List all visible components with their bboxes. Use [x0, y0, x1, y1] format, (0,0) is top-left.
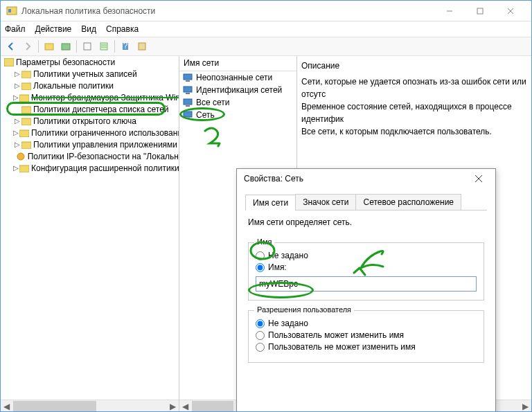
radio-label: Не задано — [268, 251, 308, 260]
tree-item-label: Конфигурация расширенной политики а — [31, 163, 179, 173]
svg-rect-14 — [21, 71, 31, 78]
svg-rect-7 — [62, 44, 70, 50]
properties-dialog: Свойства: Сеть Имя сети Значок сети Сете… — [236, 168, 496, 411]
svg-rect-19 — [19, 130, 29, 137]
scroll-left-icon[interactable]: ◀ — [179, 400, 191, 411]
expand-icon[interactable]: ▷ — [13, 164, 19, 172]
scroll-left-icon[interactable]: ◀ — [1, 400, 12, 411]
radio-perm-can[interactable] — [256, 331, 265, 340]
list-item-network[interactable]: Сеть — [179, 109, 296, 121]
folder-icon — [21, 117, 31, 125]
toolbar-icon-2[interactable] — [58, 39, 73, 54]
radio-perm-cannot[interactable] — [256, 343, 265, 352]
toolbar-separator — [114, 40, 115, 53]
expand-icon[interactable]: ▷ — [13, 93, 19, 101]
toolbar-icon-3[interactable] — [80, 39, 95, 54]
desc-line: Временное состояние сетей, находящихся в… — [301, 100, 527, 125]
scroll-right-icon[interactable]: ▶ — [520, 400, 531, 411]
list-column-header[interactable]: Имя сети — [179, 56, 296, 71]
shield-icon — [4, 58, 14, 66]
expand-icon[interactable]: ▷ — [13, 141, 21, 148]
radio-name-custom[interactable] — [256, 263, 265, 272]
close-button[interactable] — [495, 1, 526, 21]
svg-rect-12 — [139, 43, 145, 50]
dialog-body: Имя сети Значок сети Сетевое расположени… — [237, 188, 495, 411]
help-icon[interactable]: ? — [118, 39, 133, 54]
tree-root-label: Параметры безопасности — [16, 57, 115, 67]
svg-rect-15 — [21, 83, 31, 90]
svg-rect-1 — [8, 9, 11, 12]
network-icon — [182, 72, 193, 83]
tree-item-label: Локальные политики — [33, 81, 114, 91]
svg-rect-3 — [477, 8, 483, 14]
maximize-button[interactable] — [465, 1, 495, 21]
list-item[interactable]: Неопознанные сети — [179, 71, 296, 84]
radio-label: Имя: — [268, 262, 287, 272]
tree-item[interactable]: ▷Конфигурация расширенной политики а — [1, 162, 179, 174]
svg-rect-26 — [186, 93, 190, 94]
radio-perm-notset[interactable] — [256, 319, 265, 328]
tree-item[interactable]: ▷Политики открытого ключа — [1, 115, 179, 127]
toolbar-icon-5[interactable] — [134, 39, 150, 54]
radio-row: Пользователь не может изменить имя — [256, 342, 477, 352]
svg-rect-28 — [186, 105, 190, 107]
list-item[interactable]: Идентификация сетей — [179, 84, 296, 96]
scrollbar-horizontal[interactable]: ◀ ▶ — [1, 400, 179, 411]
tree-item[interactable]: ▷Политики ограниченного использовани — [1, 127, 179, 138]
radio-row: Не задано — [256, 251, 477, 260]
tree-root[interactable]: Параметры безопасности — [1, 56, 179, 68]
radio-row: Не задано — [256, 319, 477, 328]
radio-name-notset[interactable] — [256, 251, 265, 260]
svg-rect-8 — [84, 43, 91, 50]
svg-rect-9 — [100, 43, 107, 50]
list-item-label: Сеть — [196, 110, 215, 120]
scroll-thumb[interactable] — [192, 401, 233, 411]
toolbar-separator — [76, 40, 77, 53]
tree-item[interactable]: ▷Политики управления приложениями — [1, 138, 179, 150]
dialog-titlebar: Свойства: Сеть — [237, 169, 495, 188]
menu-view[interactable]: Вид — [81, 24, 96, 34]
expand-icon[interactable]: ▷ — [13, 70, 21, 78]
menu-action[interactable]: Действие — [35, 24, 72, 34]
expand-icon[interactable]: ▷ — [13, 82, 21, 89]
svg-point-21 — [17, 153, 24, 160]
svg-rect-18 — [21, 118, 31, 125]
list-item-label: Все сети — [196, 98, 230, 107]
list-item[interactable]: Все сети — [179, 96, 296, 109]
expand-icon[interactable]: ▷ — [13, 117, 21, 125]
toolbar-separator — [38, 40, 39, 53]
tree-item-label: Политики управления приложениями — [33, 140, 177, 150]
tree-item-network-list-manager[interactable]: Политики диспетчера списка сетей — [1, 103, 179, 115]
scroll-thumb[interactable] — [13, 401, 96, 411]
svg-rect-29 — [184, 111, 192, 117]
network-name-input[interactable] — [256, 276, 477, 292]
expand-icon[interactable]: ▷ — [13, 129, 19, 136]
tab-network-location[interactable]: Сетевое расположение — [355, 194, 461, 210]
desc-column-header[interactable]: Описание — [301, 59, 527, 74]
toolbar-icon-1[interactable] — [42, 39, 57, 54]
tab-network-name[interactable]: Имя сети — [245, 195, 296, 211]
svg-rect-23 — [184, 74, 192, 80]
tab-network-icon[interactable]: Значок сети — [295, 194, 356, 210]
radio-label: Пользователь не может изменить имя — [268, 342, 416, 352]
folder-icon — [21, 105, 31, 114]
folder-icon — [21, 141, 31, 149]
svg-rect-17 — [21, 107, 31, 114]
network-icon — [182, 109, 193, 120]
toolbar-icon-4[interactable] — [96, 39, 112, 54]
menu-file[interactable]: Файл — [5, 24, 26, 34]
tree-item[interactable]: ▷Монитор брандмауэра Защитника Wind — [1, 91, 179, 103]
forward-button[interactable] — [20, 39, 35, 54]
dialog-title: Свойства: Сеть — [244, 174, 469, 183]
menu-help[interactable]: Справка — [106, 24, 139, 34]
titlebar: Локальная политика безопасности — [1, 1, 531, 21]
fieldset-legend: Разрешения пользователя — [254, 305, 354, 314]
dialog-close-button[interactable] — [469, 169, 488, 188]
scroll-right-icon[interactable]: ▶ — [167, 400, 179, 411]
minimize-button[interactable] — [434, 1, 465, 21]
svg-rect-13 — [4, 58, 14, 66]
back-button[interactable] — [3, 39, 19, 54]
tree-item[interactable]: Политики IP-безопасности на "Локальн — [1, 150, 179, 162]
tree-item[interactable]: ▷Локальные политики — [1, 80, 179, 91]
tree-item[interactable]: ▷Политики учетных записей — [1, 68, 179, 80]
